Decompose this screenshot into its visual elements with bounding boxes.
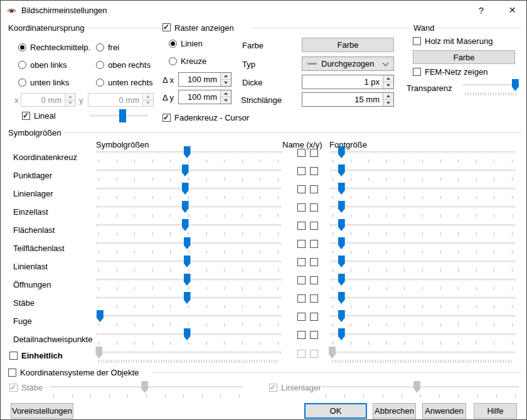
einheitlich-name-x-checkbox[interactable] (297, 350, 306, 358)
radio-label-frei[interactable]: frei (108, 43, 119, 52)
origin-slider[interactable] (90, 109, 148, 127)
spinner-arrows[interactable] (142, 94, 153, 106)
fem-netz-checkbox[interactable] (413, 68, 421, 76)
linienlager-system-checkbox[interactable] (269, 384, 277, 392)
name-y-checkbox[interactable] (310, 222, 318, 230)
fem-netz-label[interactable]: FEM-Netz zeigen (425, 67, 487, 77)
font-size-slider[interactable] (330, 200, 515, 218)
font-size-slider[interactable] (330, 291, 515, 310)
linetype-dropdown[interactable]: Durchgezogen (302, 57, 394, 71)
spinner-arrows[interactable] (383, 75, 393, 89)
anwenden-button[interactable]: Anwenden (422, 403, 466, 419)
radio-label-rechteckmittelp[interactable]: Rechteckmittelp. (30, 43, 90, 52)
name-x-checkbox[interactable] (297, 203, 306, 212)
radio-label-oben-links[interactable]: oben links (30, 60, 67, 70)
spin-up-icon[interactable] (143, 94, 153, 100)
font-size-thumb[interactable] (338, 219, 345, 231)
help-titlebar-button[interactable]: ? (468, 1, 494, 19)
spin-up-icon[interactable] (221, 73, 231, 79)
staebe-system-slider[interactable] (51, 380, 242, 399)
radio-oben-links[interactable] (18, 61, 26, 69)
symbol-size-slider[interactable] (96, 146, 281, 164)
font-size-thumb[interactable] (338, 146, 345, 158)
name-y-checkbox[interactable] (310, 167, 318, 175)
name-y-checkbox[interactable] (310, 185, 318, 193)
spin-up-icon[interactable] (383, 75, 393, 82)
name-y-checkbox[interactable] (310, 203, 318, 212)
font-size-thumb[interactable] (338, 310, 345, 322)
name-x-checkbox[interactable] (297, 222, 306, 230)
origin-x-field[interactable]: 0 mm (21, 93, 76, 107)
name-y-checkbox[interactable] (310, 276, 318, 284)
lineal-checkbox[interactable] (22, 112, 30, 120)
spinner-arrows[interactable] (383, 93, 393, 106)
symbol-size-slider[interactable] (96, 328, 281, 346)
einheitlich-font-thumb[interactable] (329, 347, 336, 358)
radio-unten-rechts[interactable] (96, 78, 104, 87)
font-size-slider[interactable] (330, 255, 515, 273)
font-size-thumb[interactable] (338, 274, 345, 286)
symbol-size-slider[interactable] (96, 291, 281, 310)
font-size-slider[interactable] (330, 164, 515, 182)
radio-label-unten-rechts[interactable]: unten rechts (108, 78, 153, 87)
radio-frei[interactable] (96, 43, 104, 51)
symbol-size-thumb[interactable] (184, 292, 191, 304)
symbol-size-slider[interactable] (96, 182, 281, 200)
origin-y-field[interactable]: 0 mm (88, 93, 154, 107)
symbol-size-thumb[interactable] (182, 164, 189, 176)
transparenz-slider[interactable] (463, 78, 519, 97)
koordinatensysteme-checkbox[interactable] (8, 369, 16, 377)
strichlaenge-field[interactable]: 15 mm (302, 92, 394, 107)
font-size-thumb[interactable] (338, 201, 345, 213)
symbol-size-thumb[interactable] (184, 146, 191, 158)
name-x-checkbox[interactable] (297, 167, 306, 175)
staebe-system-thumb[interactable] (141, 381, 148, 393)
spin-down-icon[interactable] (221, 97, 231, 104)
symbol-size-slider[interactable] (96, 164, 281, 182)
font-size-slider[interactable] (330, 237, 515, 255)
raster-farbe-button[interactable]: Farbe (302, 38, 394, 52)
einheitlich-checkbox[interactable] (9, 352, 18, 360)
symbol-size-thumb[interactable] (182, 219, 189, 231)
spinner-arrows[interactable] (220, 73, 231, 86)
spin-up-icon[interactable] (221, 90, 231, 97)
symbol-size-slider[interactable] (96, 255, 281, 273)
radio-label-oben-rechts[interactable]: oben rechts (108, 60, 151, 70)
name-x-checkbox[interactable] (297, 240, 306, 248)
name-y-checkbox[interactable] (310, 331, 318, 339)
holz-mit-maserung-label[interactable]: Holz mit Maserung (425, 36, 492, 46)
symbol-size-slider[interactable] (96, 218, 281, 237)
delta-x-field[interactable]: 100 mm (178, 72, 232, 87)
font-size-slider[interactable] (330, 218, 515, 237)
einheitlich-symbol-slider[interactable] (96, 346, 281, 364)
font-size-thumb[interactable] (338, 292, 345, 304)
symbol-size-thumb[interactable] (97, 310, 104, 322)
spin-down-icon[interactable] (143, 100, 153, 107)
voreinstellungen-button[interactable]: Voreinstellungen (11, 403, 73, 419)
font-size-slider[interactable] (330, 146, 515, 164)
dicke-field[interactable]: 1 px (302, 75, 394, 89)
spinner-arrows[interactable] (220, 90, 231, 104)
symbol-size-slider[interactable] (96, 310, 281, 328)
radio-linien[interactable] (169, 40, 177, 48)
spin-up-icon[interactable] (383, 93, 393, 99)
einheitlich-font-slider[interactable] (330, 346, 515, 364)
name-x-checkbox[interactable] (297, 149, 306, 157)
name-x-checkbox[interactable] (297, 276, 306, 284)
radio-unten-links[interactable] (18, 78, 26, 87)
fadenkreuz-label[interactable]: Fadenkreuz - Cursor (174, 113, 249, 122)
einheitlich-symbol-thumb[interactable] (95, 347, 102, 358)
raster-anzeigen-checkbox[interactable] (162, 23, 171, 31)
name-y-checkbox[interactable] (310, 240, 318, 248)
font-size-slider[interactable] (330, 328, 515, 346)
staebe-system-checkbox[interactable] (9, 384, 18, 392)
fadenkreuz-checkbox[interactable] (162, 114, 171, 122)
name-y-checkbox[interactable] (310, 149, 318, 157)
symbol-size-slider[interactable] (96, 237, 281, 255)
font-size-slider[interactable] (330, 182, 515, 200)
hilfe-button[interactable]: Hilfe (474, 403, 517, 419)
font-size-thumb[interactable] (338, 183, 345, 195)
radio-label-kreuze[interactable]: Kreuze (181, 57, 206, 66)
symbol-size-slider[interactable] (96, 273, 281, 291)
symbol-size-slider[interactable] (96, 200, 281, 218)
